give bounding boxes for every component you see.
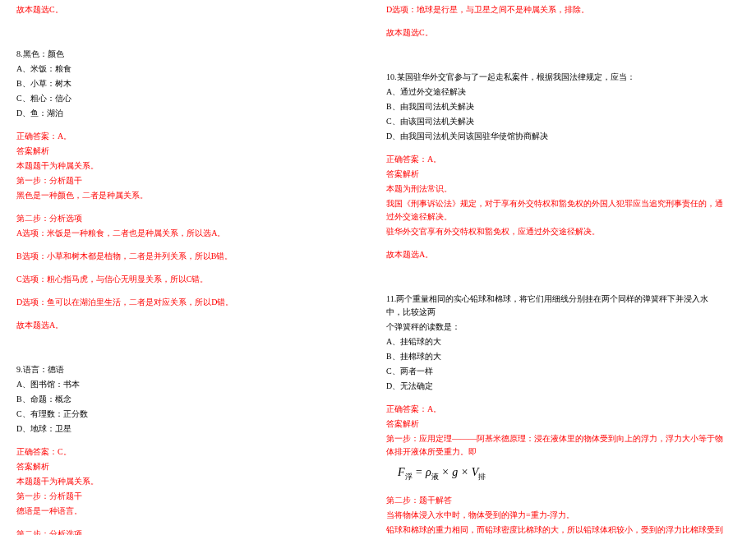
q8-opt-c-expl: C选项：粗心指马虎，与信心无明显关系，所以C错。 — [16, 273, 362, 286]
q9-stem: 9.语言：德语 — [16, 363, 362, 376]
q8-opt-c: C、粗心：信心 — [16, 92, 362, 105]
q7-answer-end: 故本题选C。 — [16, 3, 362, 16]
q11-step2: 第二步：题干解答 — [386, 494, 723, 507]
q10-opt-a: A、通过外交途径解决 — [386, 85, 723, 99]
q11-expl-1: 第一步：应用定理———阿基米德原理：浸在液体里的物体受到向上的浮力，浮力大小等于… — [386, 432, 723, 459]
q11-opt-b: B、挂棉球的大 — [386, 350, 723, 363]
formula-V: V — [472, 466, 479, 478]
q8-stem: 8.黑色：颜色 — [16, 48, 362, 61]
q8-expl-3: 黑色是一种颜色，二者是种属关系。 — [16, 189, 362, 202]
q11-expl-3: 铅球和棉球的重力相同，而铅球密度比棉球的大，所以铅球体积较小，受到的浮力比棉球受… — [386, 523, 723, 535]
q10-expl-header: 答案解析 — [386, 168, 723, 181]
q11-expl-2: 当将物体浸入水中时，物体受到的弹力=重力-浮力。 — [386, 509, 723, 522]
q9-step2: 第二步：分析选项 — [16, 528, 362, 535]
q8-opt-d: D、鱼：湖泊 — [16, 107, 362, 120]
q8-expl-2: 第一步：分析题干 — [16, 174, 362, 187]
q11-expl-header: 答案解析 — [386, 417, 723, 431]
q8-answer: 正确答案：A。 — [16, 130, 362, 143]
q9-opt-d: D、地球：卫星 — [16, 422, 362, 436]
q8-opt-b: B、小草：树木 — [16, 77, 362, 90]
q8-opt-a-expl: A选项：米饭是一种粮食，二者也是种属关系，所以选A。 — [16, 227, 362, 240]
q11-opt-d: D、无法确定 — [386, 380, 723, 393]
q10-opt-d: D、由我国司法机关同该国驻华使馆协商解决 — [386, 130, 723, 143]
q8-opt-b-expl: B选项：小草和树木都是植物，二者是并列关系，所以B错。 — [16, 250, 362, 263]
formula-mul1: × — [439, 466, 452, 478]
q9-opt-a: A、图书馆：书本 — [16, 378, 362, 391]
q9-expl-2: 第一步：分析题干 — [16, 490, 362, 503]
q8-expl-header: 答案解析 — [16, 145, 362, 158]
q9-opt-b: B、命题：概念 — [16, 393, 362, 406]
q10-expl-1: 本题为刑法常识。 — [386, 182, 723, 196]
q10-expl-2: 我国《刑事诉讼法》规定，对于享有外交特权和豁免权的外国人犯罪应当追究刑事责任的，… — [386, 197, 723, 224]
q9-answer: 正确答案：C。 — [16, 445, 362, 459]
formula-F: F — [398, 466, 405, 478]
q11-opt-a: A、挂铅球的大 — [386, 335, 723, 348]
q9-opt-c: C、有理数：正分数 — [16, 408, 362, 421]
q9-expl-3: 德语是一种语言。 — [16, 505, 362, 518]
q11-stem-1: 11.两个重量相同的实心铅球和棉球，将它们用细线分别挂在两个同样的弹簧秤下并浸入… — [386, 293, 723, 319]
q9-expl-1: 本题题干为种属关系。 — [16, 475, 362, 488]
formula-sub1: 浮 — [405, 473, 413, 481]
q9-opt-d-expl: D选项：地球是行星，与卫星之间不是种属关系，排除。 — [386, 3, 723, 16]
formula-eq: = — [413, 466, 426, 478]
formula-rho: ρ — [426, 466, 431, 478]
q8-step2: 第二步：分析选项 — [16, 212, 362, 225]
q10-opt-c: C、由该国司法机关解决 — [386, 115, 723, 128]
q10-answer: 正确答案：A。 — [386, 153, 723, 166]
q10-stem: 10.某国驻华外交官参与了一起走私案件，根据我国法律规定，应当： — [386, 71, 723, 84]
q10-opt-b: B、由我国司法机关解决 — [386, 100, 723, 113]
q9-expl-header: 答案解析 — [16, 460, 362, 473]
q8-opt-a: A、米饭：粮食 — [16, 62, 362, 76]
q10-expl-3: 驻华外交官享有外交特权和豁免权，应通过外交途径解决。 — [386, 225, 723, 238]
q8-opt-d-expl: D选项：鱼可以在湖泊里生活，二者是对应关系，所以D错。 — [16, 296, 362, 309]
q10-end: 故本题选A。 — [386, 248, 723, 261]
q9-end: 故本题选C。 — [386, 26, 723, 39]
q11-formula: F浮 = ρ液 × g × V排 — [386, 460, 723, 486]
formula-mul2: × — [458, 466, 471, 478]
formula-sub3: 排 — [478, 473, 486, 481]
q8-end: 故本题选A。 — [16, 319, 362, 332]
q11-answer: 正确答案：A。 — [386, 403, 723, 416]
q11-opt-c: C、两者一样 — [386, 365, 723, 378]
formula-sub2: 液 — [431, 473, 439, 481]
q8-expl-1: 本题题干为种属关系。 — [16, 159, 362, 173]
q11-stem-2: 个弹簧秤的读数是： — [386, 321, 723, 334]
